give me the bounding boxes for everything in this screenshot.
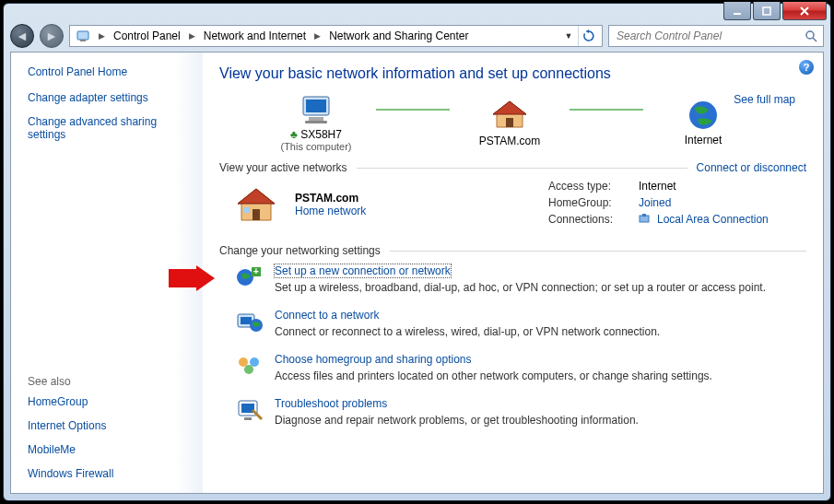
house-icon <box>489 98 530 133</box>
window: ◄ ► ▶ Control Panel ▶ Network and Intern… <box>3 3 831 501</box>
setting-troubleshoot-desc: Diagnose and repair network problems, or… <box>275 414 639 427</box>
new-connection-icon: + <box>236 264 264 290</box>
svg-rect-8 <box>309 117 323 121</box>
breadcrumb-network-internet[interactable]: Network and Internet <box>198 26 311 46</box>
house-icon <box>234 185 278 224</box>
svg-rect-0 <box>734 13 741 15</box>
see-also-heading: See also <box>28 375 194 388</box>
change-sharing-link[interactable]: Change advanced sharing settings <box>28 115 194 141</box>
homegroup-icon <box>236 353 264 379</box>
svg-rect-13 <box>244 207 250 213</box>
globe-icon <box>685 99 722 132</box>
breadcrumb-network-sharing[interactable]: Network and Sharing Center <box>323 26 474 46</box>
setting-homegroup-desc: Access files and printers located on oth… <box>275 369 712 382</box>
active-network-row: PSTAM.com Home network Access type:Inter… <box>219 180 806 229</box>
active-network-name: PSTAM.com <box>295 192 366 205</box>
chevron-right-icon[interactable]: ▶ <box>311 31 323 41</box>
svg-rect-9 <box>305 121 327 123</box>
change-adapter-link[interactable]: Change adapter settings <box>28 91 194 104</box>
network-map: ♣ SX58H7 (This computer) PSTAM.com Inter… <box>256 93 806 152</box>
back-button[interactable]: ◄ <box>10 24 34 48</box>
annotation-arrow <box>169 265 215 291</box>
help-icon[interactable]: ? <box>799 60 814 75</box>
change-settings-heading: Change your networking settings <box>219 244 381 257</box>
address-dropdown-button[interactable]: ▼ <box>561 31 576 41</box>
svg-point-11 <box>689 101 717 129</box>
forward-button[interactable]: ► <box>40 24 64 48</box>
setting-troubleshoot[interactable]: Troubleshoot problems Diagnose and repai… <box>236 397 806 427</box>
control-panel-icon <box>74 27 92 45</box>
svg-point-23 <box>250 357 259 367</box>
content-area: Control Panel Home Change adapter settin… <box>10 52 824 494</box>
refresh-button[interactable] <box>578 26 598 46</box>
map-net-label: PSTAM.com <box>479 135 540 147</box>
access-type-value: Internet <box>639 180 676 193</box>
svg-rect-1 <box>763 7 770 15</box>
svg-rect-10 <box>506 118 513 127</box>
page-title: View your basic network information and … <box>219 65 806 82</box>
map-this-computer[interactable]: ♣ SX58H7 (This computer) <box>256 93 376 152</box>
active-networks-heading: View your active networks <box>219 161 347 174</box>
setting-homegroup-title[interactable]: Choose homegroup and sharing options <box>275 353 471 366</box>
search-icon[interactable] <box>805 29 817 42</box>
computer-icon <box>296 93 336 126</box>
window-controls <box>723 2 827 20</box>
control-panel-home-link[interactable]: Control Panel Home <box>28 65 194 78</box>
minimize-button[interactable] <box>723 2 751 20</box>
svg-point-24 <box>244 365 253 374</box>
connections-label: Connections: <box>548 213 631 226</box>
setting-connect-network[interactable]: Connect to a network Connect or reconnec… <box>236 309 806 338</box>
maximize-button[interactable] <box>753 2 781 20</box>
seealso-homegroup[interactable]: HomeGroup <box>28 395 194 408</box>
seealso-windows-firewall[interactable]: Windows Firewall <box>28 467 194 480</box>
setting-new-connection-title[interactable]: Set up a new connection or network <box>275 264 451 277</box>
setting-new-connection[interactable]: + Set up a new connection or network Set… <box>236 264 806 294</box>
close-button[interactable] <box>782 2 827 20</box>
titlebar[interactable] <box>4 4 830 20</box>
see-full-map-link[interactable]: See full map <box>734 93 795 106</box>
seealso-internet-options[interactable]: Internet Options <box>28 419 194 432</box>
svg-rect-2 <box>77 31 88 40</box>
svg-point-4 <box>806 31 814 39</box>
chevron-right-icon[interactable]: ▶ <box>186 31 198 41</box>
map-inet-label: Internet <box>685 134 722 147</box>
setting-troubleshoot-title[interactable]: Troubleshoot problems <box>275 397 387 410</box>
svg-rect-3 <box>80 40 86 41</box>
seealso-mobileme[interactable]: MobileMe <box>28 443 194 456</box>
svg-point-22 <box>239 357 248 367</box>
map-connector <box>570 109 643 111</box>
nic-icon <box>639 213 650 226</box>
setting-new-connection-desc: Set up a wireless, broadband, dial-up, a… <box>275 281 766 294</box>
address-bar[interactable]: ▶ Control Panel ▶ Network and Internet ▶… <box>69 25 603 47</box>
settings-list: + Set up a new connection or network Set… <box>236 264 806 427</box>
map-pc-sublabel: (This computer) <box>280 141 351 152</box>
map-pc-label: SX58H7 <box>300 128 342 141</box>
svg-line-5 <box>813 38 816 41</box>
svg-rect-20 <box>241 317 252 324</box>
svg-text:+: + <box>253 266 259 276</box>
map-connector <box>376 109 450 111</box>
svg-rect-14 <box>640 216 649 222</box>
setting-connect-network-desc: Connect or reconnect to a wireless, wire… <box>275 325 660 338</box>
homegroup-label: HomeGroup: <box>548 196 631 209</box>
setting-connect-network-title[interactable]: Connect to a network <box>275 309 379 322</box>
connection-link[interactable]: Local Area Connection <box>657 213 769 226</box>
connect-disconnect-link[interactable]: Connect or disconnect <box>697 161 806 174</box>
toolbar: ◄ ► ▶ Control Panel ▶ Network and Intern… <box>10 20 824 52</box>
search-box[interactable] <box>608 25 824 47</box>
connect-network-icon <box>236 309 264 334</box>
breadcrumb-control-panel[interactable]: Control Panel <box>108 26 186 46</box>
chevron-right-icon[interactable]: ▶ <box>96 31 108 41</box>
setting-homegroup[interactable]: Choose homegroup and sharing options Acc… <box>236 353 806 382</box>
svg-rect-15 <box>642 214 646 217</box>
active-network-type-link[interactable]: Home network <box>295 205 366 217</box>
svg-rect-7 <box>306 100 326 112</box>
search-input[interactable] <box>615 29 790 43</box>
map-network[interactable]: PSTAM.com <box>450 98 570 147</box>
access-type-label: Access type: <box>548 180 631 193</box>
main-panel: ? View your basic network information an… <box>203 53 823 493</box>
svg-rect-27 <box>244 417 252 420</box>
svg-rect-12 <box>253 209 260 220</box>
homegroup-link[interactable]: Joined <box>639 196 671 209</box>
troubleshoot-icon <box>236 397 264 423</box>
